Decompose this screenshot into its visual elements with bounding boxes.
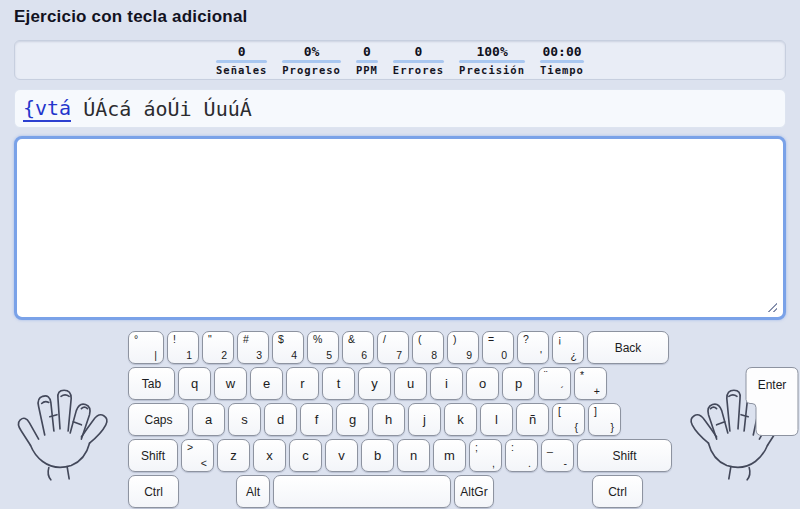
key-shift-legend: * <box>580 369 584 381</box>
key-e[interactable]: e <box>250 367 283 400</box>
key-{[interactable]: [{ <box>552 403 585 436</box>
stat-label: PPM <box>356 64 378 76</box>
key-f[interactable]: f <box>300 403 333 436</box>
key-main-legend: , <box>492 458 495 469</box>
key-main-legend: 8 <box>431 350 437 361</box>
keyboard-row-bottom: Shift><zxcvbnm;,:._-Shift <box>128 439 672 472</box>
key-enter[interactable]: Enter <box>733 367 799 437</box>
key-tab[interactable]: Tab <box>128 367 175 400</box>
key-,[interactable]: ;, <box>469 439 502 472</box>
key-shift-legend: ( <box>418 333 422 345</box>
key-shift-legend: > <box>187 441 193 453</box>
stat-value: 0 <box>216 45 267 59</box>
page-title: Ejercicio con tecla adicional <box>14 7 248 27</box>
key-m[interactable]: m <box>433 439 466 472</box>
key-ctrl[interactable]: Ctrl <box>128 475 179 508</box>
key-altgr[interactable]: AltGr <box>454 475 494 508</box>
stats-group: 0 Señales 0% Progreso 0 PPM 0 Errores 10… <box>216 45 584 76</box>
key-t[interactable]: t <box>322 367 355 400</box>
key-´[interactable]: ¨´ <box>538 367 571 400</box>
key-x[interactable]: x <box>253 439 286 472</box>
key-c[interactable]: c <box>289 439 322 472</box>
key-shift-legend: ) <box>453 333 457 345</box>
key-z[interactable]: z <box>217 439 250 472</box>
key-k[interactable]: k <box>444 403 477 436</box>
key-caps[interactable]: Caps <box>128 403 189 436</box>
key-main-legend: . <box>528 458 531 469</box>
key-shift-legend: $ <box>278 333 284 345</box>
key-n[interactable]: n <box>397 439 430 472</box>
typing-tutor-app: { "title": "Ejercicio con tecla adiciona… <box>0 0 800 509</box>
key-main-legend: } <box>610 422 614 433</box>
stat-tiempo: 00:00 Tiempo <box>540 45 584 76</box>
key-7[interactable]: /7 <box>377 331 409 364</box>
key-shift-legend: ! <box>173 333 176 345</box>
key-3[interactable]: #3 <box>237 331 269 364</box>
stat-ppm: 0 PPM <box>356 45 378 76</box>
stat-underline <box>540 60 584 63</box>
key-shift-legend: ¨ <box>544 369 548 381</box>
key-b[interactable]: b <box>361 439 394 472</box>
stat-underline <box>216 60 267 63</box>
key-+[interactable]: *+ <box>574 367 607 400</box>
key-1[interactable]: !1 <box>167 331 199 364</box>
key-a[interactable]: a <box>192 403 225 436</box>
key-main-legend: 3 <box>256 350 262 361</box>
stat-senales: 0 Señales <box>216 45 267 76</box>
key-shift-legend: : <box>511 441 514 453</box>
key-'[interactable]: ?' <box>517 331 549 364</box>
key-o[interactable]: o <box>466 367 499 400</box>
key-¿[interactable]: ¡¿ <box>552 331 584 364</box>
key-shift[interactable]: Shift <box>577 439 672 472</box>
exercise-text-line: {vtá ÚÁcá áoÚi ÚuúÁ <box>14 89 786 128</box>
stat-underline <box>356 60 378 63</box>
exercise-next-chars: {vtá <box>23 96 71 122</box>
key-i[interactable]: i <box>430 367 463 400</box>
key-space[interactable] <box>273 475 451 508</box>
key-l[interactable]: l <box>480 403 513 436</box>
key-|[interactable]: °| <box>128 331 164 364</box>
key-main-legend: ¿ <box>571 350 577 361</box>
key-u[interactable]: u <box>394 367 427 400</box>
key-.[interactable]: :. <box>505 439 538 472</box>
key-back[interactable]: Back <box>587 331 669 364</box>
key-0[interactable]: =0 <box>482 331 514 364</box>
key-shift-legend: ] <box>594 405 597 417</box>
key-w[interactable]: w <box>214 367 247 400</box>
keyboard-row-space: CtrlAltAltGrCtrl <box>128 475 643 508</box>
key-y[interactable]: y <box>358 367 391 400</box>
svg-text:Enter: Enter <box>758 378 787 392</box>
key-<[interactable]: >< <box>181 439 214 472</box>
stat-value: 0% <box>282 45 341 59</box>
key-j[interactable]: j <box>408 403 441 436</box>
keyboard-gap <box>497 475 589 508</box>
key-4[interactable]: $4 <box>272 331 304 364</box>
typing-textarea[interactable] <box>14 136 786 320</box>
key-r[interactable]: r <box>286 367 319 400</box>
key-9[interactable]: )9 <box>447 331 479 364</box>
key-}[interactable]: ]} <box>588 403 621 436</box>
key-6[interactable]: &6 <box>342 331 374 364</box>
key-8[interactable]: (8 <box>412 331 444 364</box>
key-s[interactable]: s <box>228 403 261 436</box>
key-p[interactable]: p <box>502 367 535 400</box>
key-d[interactable]: d <box>264 403 297 436</box>
key-2[interactable]: "2 <box>202 331 234 364</box>
key-q[interactable]: q <box>178 367 211 400</box>
key-shift-legend: ? <box>523 333 529 345</box>
key-shift-legend: [ <box>558 405 561 417</box>
key-alt[interactable]: Alt <box>236 475 270 508</box>
key-v[interactable]: v <box>325 439 358 472</box>
key-g[interactable]: g <box>336 403 369 436</box>
key-5[interactable]: %5 <box>307 331 339 364</box>
key--[interactable]: _- <box>541 439 574 472</box>
key-ñ[interactable]: ñ <box>516 403 549 436</box>
key-shift-legend: & <box>348 333 355 345</box>
key-h[interactable]: h <box>372 403 405 436</box>
key-main-legend: ´ <box>561 386 565 397</box>
key-ctrl[interactable]: Ctrl <box>592 475 643 508</box>
keyboard-gap <box>182 475 233 508</box>
key-shift[interactable]: Shift <box>128 439 178 472</box>
stat-label: Precisión <box>459 64 525 76</box>
key-main-legend: 9 <box>466 350 472 361</box>
